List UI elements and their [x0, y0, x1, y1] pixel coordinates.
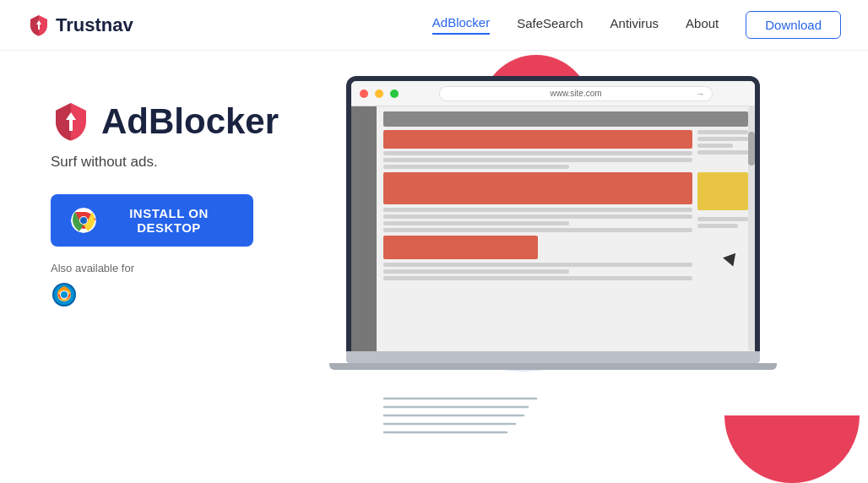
url-arrow: → — [696, 89, 705, 99]
content-line — [383, 263, 692, 267]
content-line — [383, 165, 569, 169]
product-title: AdBlocker — [51, 101, 321, 142]
nav-link-adblocker[interactable]: AdBlocker — [432, 15, 490, 35]
deco-lines-bottom — [376, 390, 545, 437]
side-line — [697, 130, 748, 134]
browser-main — [377, 106, 755, 351]
main-col — [383, 130, 692, 283]
install-button[interactable]: INSTALL ON DESKTOP — [51, 194, 253, 247]
laptop-base — [346, 351, 760, 363]
content-line — [383, 269, 569, 274]
laptop-illustration: www.site.com → — [346, 76, 760, 370]
ad-block-2 — [383, 172, 692, 204]
laptop-screen: www.site.com → — [346, 76, 760, 351]
browser-content — [351, 106, 755, 351]
side-line — [697, 224, 738, 228]
bottom-pink-shape — [724, 415, 860, 483]
side-line — [697, 217, 748, 221]
content-line — [383, 208, 692, 212]
url-text: www.site.com — [550, 89, 601, 98]
tagline: Surf without ads. — [51, 154, 321, 171]
svg-point-10 — [61, 291, 68, 298]
product-name: AdBlocker — [101, 101, 279, 142]
side-line — [697, 144, 733, 148]
logo[interactable]: Trustnav — [27, 14, 133, 37]
product-shield-icon — [51, 101, 91, 142]
also-available-text: Also available for — [51, 262, 321, 274]
chrome-icon — [71, 208, 96, 233]
content-line — [383, 228, 692, 232]
main-content: AdBlocker Surf without ads. INSTALL ON D… — [0, 51, 868, 483]
hero-illustration: www.site.com → — [321, 51, 868, 483]
ad-block-3 — [383, 236, 538, 259]
logo-shield-icon — [27, 14, 51, 37]
logo-text: Trustnav — [56, 14, 133, 36]
side-col — [697, 130, 748, 283]
content-line — [383, 158, 692, 162]
ad-banner-top — [383, 111, 748, 127]
side-line — [697, 150, 748, 155]
window-dot-yellow — [375, 90, 383, 98]
scrollbar-thumb — [748, 132, 755, 166]
hero-left: AdBlocker Surf without ads. INSTALL ON D… — [0, 51, 321, 483]
browser-bar: www.site.com → — [351, 81, 755, 106]
install-label: INSTALL ON DESKTOP — [105, 206, 233, 235]
content-line — [383, 276, 692, 280]
nav-links: AdBlocker SafeSearch Antivirus About Dow… — [432, 11, 841, 39]
browser-window: www.site.com → — [351, 81, 755, 351]
laptop-bottom — [329, 363, 777, 370]
nav-link-antivirus[interactable]: Antivirus — [610, 16, 659, 34]
content-section-1 — [383, 130, 748, 283]
ad-block-yellow — [697, 172, 748, 210]
browser-url-bar: www.site.com → — [439, 86, 713, 101]
svg-point-5 — [80, 217, 87, 224]
window-dot-red — [360, 90, 368, 98]
nav-link-safesearch[interactable]: SafeSearch — [517, 16, 583, 34]
browser-scrollbar — [748, 106, 755, 351]
firefox-icon[interactable] — [51, 281, 78, 308]
ad-block-1 — [383, 130, 692, 149]
browser-sidebar — [351, 106, 377, 351]
window-dot-green — [390, 90, 399, 98]
content-line — [383, 214, 692, 219]
content-line — [383, 221, 569, 225]
content-line — [383, 151, 692, 155]
navigation: Trustnav AdBlocker SafeSearch Antivirus … — [0, 0, 868, 51]
nav-link-about[interactable]: About — [686, 16, 719, 34]
side-line — [697, 137, 748, 141]
download-button[interactable]: Download — [746, 11, 841, 39]
